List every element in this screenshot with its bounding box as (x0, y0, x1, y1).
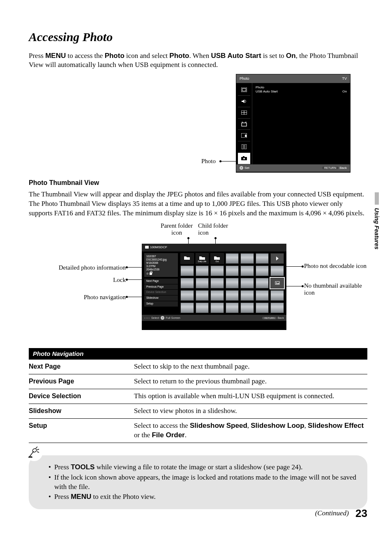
svg-marker-2 (242, 99, 244, 103)
section-title: Accessing Photo (29, 29, 367, 46)
footer-select: Select (151, 316, 159, 319)
footer-set: Set (244, 166, 249, 170)
svg-point-20 (276, 282, 277, 283)
thumbnail-view-screenshot: 100MSDCF 102/287 DSC0001243.jpg 9/18/200… (142, 244, 286, 330)
info-counter: 102/287 (146, 255, 176, 258)
return-pill: RETURN (322, 166, 338, 169)
table-row: Device SelectionThis option is available… (29, 389, 367, 404)
thumbnail (256, 302, 269, 313)
info-time: 3:27PM (146, 265, 176, 268)
menu-item-usb-auto-start: USB Auto Start (256, 90, 278, 94)
manual-page: Using Features Accessing Photo Press MEN… (0, 0, 392, 533)
no-thumbnail-icon (270, 278, 284, 288)
thumbnail (240, 290, 254, 301)
table-row: Setup Select to access the Slideshow Spe… (29, 418, 367, 443)
thumbnail-grid: Daily Life Oct (180, 253, 284, 313)
thumbnail (196, 290, 209, 301)
svg-rect-16 (243, 156, 244, 157)
nav-item: Setup (144, 301, 178, 307)
footer-full: Full Screen (166, 316, 180, 319)
thumbnail (270, 265, 284, 276)
menu-screen-figure: Photo Photo TV Photo (29, 74, 367, 173)
plus-icon: + (240, 166, 243, 170)
thumbnail (226, 290, 239, 301)
screen-icon (238, 107, 250, 119)
nav-item: Device Selection (144, 290, 178, 295)
side-tab: Using Features (373, 192, 380, 249)
thumbnail (180, 265, 194, 276)
thumbnail (196, 278, 209, 288)
thumbnail-view-figure: Parent folder icon Child folder icon Det… (29, 222, 367, 346)
thumbnail (256, 253, 269, 264)
nav-item: Next Page (144, 279, 178, 284)
callout-not-decodable: Photo not decodable icon (304, 263, 367, 270)
thumbnail (196, 265, 209, 276)
thumbnail (256, 278, 269, 288)
intro-paragraph: Press MENU to access the Photo icon and … (29, 51, 367, 70)
svg-point-17 (243, 158, 245, 159)
nav-item: Slideshow (144, 295, 178, 301)
menu-item-photo: Photo (256, 85, 278, 90)
lamp-icon (25, 444, 43, 461)
thumbnail (180, 302, 194, 313)
photo-nav-box: Next Page Previous Page Device Selection… (144, 279, 178, 307)
table-row: Previous PageSelect to return to the pre… (29, 374, 367, 389)
thumbnail (180, 290, 194, 301)
camera-icon (145, 246, 149, 249)
menu-title: Photo (240, 76, 249, 81)
info-filename: DSC0001243.jpg (146, 258, 176, 261)
lock-icon (150, 272, 152, 275)
subhead-thumbnail-view: Photo Thumbnail View (29, 178, 367, 187)
thumbnail (240, 265, 254, 276)
thumbnail (226, 302, 239, 313)
thumbnail (226, 265, 239, 276)
table-header: Photo Navigation (29, 348, 367, 360)
callout-lock: Lock (44, 276, 126, 284)
photo-icon (238, 153, 250, 164)
svg-line-23 (37, 449, 39, 450)
info-date: 9/18/2008 (146, 261, 176, 265)
info-resolution: 2048x1536 (146, 268, 176, 271)
svg-line-22 (36, 447, 37, 448)
menu-item-usb-auto-start-value: On (342, 90, 347, 94)
thumbnail (210, 302, 224, 313)
thumbnail (256, 265, 269, 276)
child-folder-icon: Daily Life (196, 253, 209, 264)
child-folder-icon: Oct (210, 253, 224, 264)
nav-item: Previous Page (144, 284, 178, 290)
tip-item: Press MENU to exit the Photo view. (48, 492, 360, 502)
tip-item: If the lock icon shown above appears, th… (48, 473, 360, 492)
footer-back: Back (277, 316, 284, 319)
thumbnail (196, 302, 209, 313)
page-footer: (Continued) 23 (315, 506, 367, 521)
thumbnail (270, 302, 284, 313)
callout-no-thumb: No thumbnail available icon (304, 282, 367, 297)
photo-info-box: 102/287 DSC0001243.jpg 9/18/2008 3:27PM … (144, 253, 178, 277)
picture-icon (238, 85, 250, 96)
tip-item: Press TOOLS while viewing a file to rota… (48, 463, 360, 472)
side-tab-label: Using Features (373, 208, 380, 249)
tip-box: Press TOOLS while viewing a file to rota… (29, 455, 367, 510)
menu-source: TV (342, 76, 347, 81)
footer-back: Back (339, 166, 347, 170)
continued-label: (Continued) (315, 509, 349, 517)
thumbnail (180, 278, 194, 288)
callout-photo-navigation: Photo navigation (44, 293, 126, 301)
photo-navigation-table: Photo Navigation Next PageSelect to skip… (29, 348, 367, 443)
callout-parent-folder: Parent folder icon (158, 222, 196, 237)
tv-menu-screenshot: Photo TV Photo USB Auto Start (236, 74, 350, 173)
svg-rect-1 (242, 89, 246, 91)
thumbnail (270, 290, 284, 301)
svg-marker-18 (276, 256, 279, 261)
plus-icon: + (161, 316, 164, 320)
not-decodable-icon (270, 253, 284, 264)
table-row: SlideshowSelect to view photos in a slid… (29, 404, 367, 418)
thumbnail-paragraph: The Thumbnail View will appear and displ… (29, 190, 367, 218)
sound-icon (238, 96, 250, 107)
setup-icon (238, 141, 250, 153)
thumbnail (210, 265, 224, 276)
callout-child-folder: Child folder icon (198, 222, 236, 237)
parental-icon (238, 130, 250, 141)
tv-path: 100MSDCF (150, 245, 167, 249)
thumbnail (240, 253, 254, 264)
